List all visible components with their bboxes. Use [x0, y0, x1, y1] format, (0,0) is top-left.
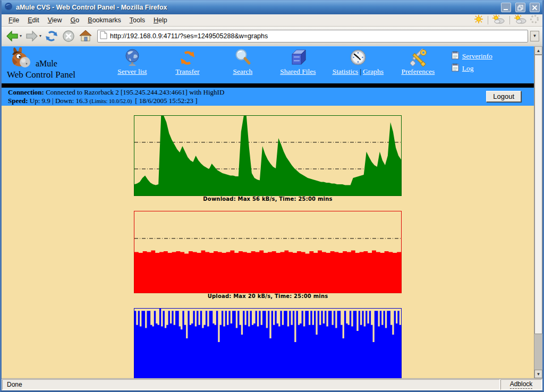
forward-button[interactable]: ▾: [24, 29, 42, 44]
menu-view[interactable]: View: [44, 15, 66, 25]
upload-graph-label: Upload: Max 20 kB/s, Time: 25:00 mins: [134, 293, 402, 300]
stop-button[interactable]: [61, 29, 76, 44]
nav-statistics-graphs[interactable]: Statistics|Graphs: [326, 48, 390, 83]
connection-bar: Connection: Connected to Razorback 2 [19…: [2, 88, 534, 106]
transfer-arrows-icon: [178, 48, 197, 67]
nav-shared-files[interactable]: Shared Files: [270, 48, 326, 83]
home-button[interactable]: [78, 29, 93, 44]
datetime: [ 18/6/2005 15:52:23 ]: [135, 97, 197, 105]
amule-donkey-icon: [7, 47, 35, 72]
back-button[interactable]: ▾: [5, 29, 22, 44]
url-input[interactable]: http://192.168.0.9:4711/?ses=1249505288&…: [110, 32, 525, 40]
back-dropdown-icon[interactable]: ▾: [20, 33, 22, 38]
browser-viewport: aMule Web Control Panel Server list: [2, 46, 542, 378]
restore-button[interactable]: [515, 3, 525, 12]
separator: [509, 16, 510, 24]
menubar: File Edit View Go Bookmarks Tools Help: [2, 14, 542, 27]
globe-icon: [123, 48, 141, 67]
serverinfo-link-row[interactable]: Serverinfo: [451, 50, 534, 62]
close-button[interactable]: [530, 3, 540, 12]
nav-search[interactable]: Search: [215, 48, 270, 83]
header-divider: [2, 83, 534, 88]
menu-bookmarks[interactable]: Bookmarks: [84, 15, 125, 25]
forward-dropdown-icon[interactable]: ▾: [39, 33, 41, 38]
notepad-icon: [451, 63, 460, 74]
tools-icon: [409, 48, 428, 67]
separator: [488, 16, 488, 24]
scrollbar-track[interactable]: [534, 334, 542, 370]
url-history-dropdown[interactable]: ▼: [530, 31, 539, 41]
weather-sun-cloud-icon[interactable]: [492, 14, 506, 26]
menu-edit[interactable]: Edit: [24, 15, 43, 25]
weather-sun-icon[interactable]: [473, 14, 484, 26]
page-content: aMule Web Control Panel Server list: [2, 46, 534, 378]
nav-server-list[interactable]: Server list: [105, 48, 160, 83]
site-logo: aMule Web Control Panel: [2, 46, 103, 83]
site-subtitle: Web Control Panel: [7, 70, 103, 80]
titlebar[interactable]: aMule CVS - Web Control Panel - Mozilla …: [2, 1, 542, 14]
url-bar[interactable]: http://192.168.0.9:4711/?ses=1249505288&…: [97, 30, 528, 42]
serverinfo-link[interactable]: Serverinfo: [462, 52, 492, 61]
nav-transfer-label[interactable]: Transfer: [175, 67, 199, 76]
menu-tools[interactable]: Tools: [126, 15, 149, 25]
drawer-icon: [289, 48, 307, 67]
connections-graph: [134, 308, 402, 378]
firefox-window: aMule CVS - Web Control Panel - Mozilla …: [0, 0, 544, 392]
connection-status: Connected to Razorback 2 [195.245.244.24…: [46, 88, 224, 96]
nav-statistics-graphs-labels: Statistics|Graphs: [333, 67, 384, 76]
upload-graph: [134, 211, 402, 293]
nav-search-label[interactable]: Search: [233, 67, 252, 76]
speed-label: Speed:: [8, 97, 28, 105]
statusbar: Done Adblock: [2, 378, 542, 390]
firefox-app-icon: [4, 2, 13, 13]
scrollbar-thumb[interactable]: [534, 55, 542, 334]
navigation-toolbar: ▾ ▾ http://192.168.0.9:4711/?ses=1249505…: [2, 27, 542, 46]
nav-shared-files-label[interactable]: Shared Files: [280, 67, 316, 76]
nav-preferences[interactable]: Preferences: [390, 48, 446, 83]
menu-file[interactable]: File: [5, 15, 23, 25]
throbber-icon: [530, 14, 539, 26]
scroll-down-icon[interactable]: ▼: [534, 370, 542, 378]
nav-statistics-link[interactable]: Statistics: [333, 67, 359, 75]
menu-go[interactable]: Go: [67, 15, 83, 25]
minimize-button[interactable]: [501, 3, 511, 12]
magnifier-icon: [234, 48, 252, 67]
log-link-row[interactable]: Log: [451, 63, 534, 74]
nav-graphs-link[interactable]: Graphs: [363, 67, 384, 75]
site-nav: Server list Transfer Search: [103, 46, 451, 83]
download-graph-label: Download: Max 56 kB/s, Time: 25:00 mins: [134, 196, 402, 202]
nav-preferences-label[interactable]: Preferences: [401, 67, 435, 76]
logout-button[interactable]: Logout: [486, 91, 521, 102]
graphs-area: Download: Max 56 kB/s, Time: 25:00 mins …: [2, 106, 534, 378]
vertical-scrollbar[interactable]: ▲ ▼: [534, 46, 542, 378]
connection-label: Connection:: [8, 88, 44, 96]
notepad-icon: [451, 50, 460, 62]
speed-limits: (Limits: 10.0/52.0): [90, 98, 132, 104]
clock-icon: [349, 48, 367, 67]
download-graph: [134, 115, 402, 196]
menu-help[interactable]: Help: [150, 15, 171, 25]
window-title: aMule CVS - Web Control Panel - Mozilla …: [16, 4, 497, 11]
weather-sun-cloud-icon-2[interactable]: [514, 14, 528, 26]
status-text: Done: [7, 381, 22, 388]
adblock-status[interactable]: Adblock: [510, 380, 533, 389]
scroll-up-icon[interactable]: ▲: [534, 46, 542, 55]
speed-values: Up: 9.9 | Down: 16.3: [30, 97, 88, 105]
nav-server-list-label[interactable]: Server list: [117, 67, 147, 76]
page-icon: [100, 31, 107, 41]
log-link[interactable]: Log: [462, 64, 474, 73]
site-header: aMule Web Control Panel Server list: [2, 46, 534, 83]
nav-separator: |: [360, 67, 361, 75]
side-links: Serverinfo Log: [451, 46, 534, 83]
nav-transfer[interactable]: Transfer: [160, 48, 215, 83]
reload-button[interactable]: [44, 29, 59, 44]
